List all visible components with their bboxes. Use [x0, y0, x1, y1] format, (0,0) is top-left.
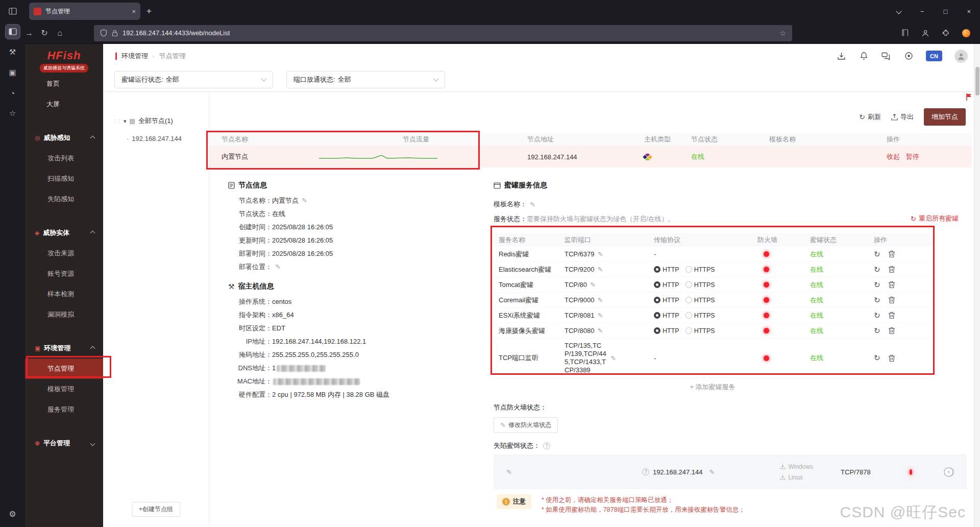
question-circle-icon[interactable]: ?	[543, 442, 550, 449]
sidebar-group-威胁感知[interactable]: ◎ 威胁感知	[25, 128, 103, 148]
sidebar-item-首页[interactable]: 首页	[25, 74, 103, 94]
delete-service-icon[interactable]	[888, 296, 895, 304]
refresh-button[interactable]: ↻ 刷新	[859, 112, 881, 122]
edit-icon[interactable]: ✎	[275, 263, 281, 271]
delete-service-icon[interactable]	[888, 312, 895, 319]
manual-download-icon[interactable]	[836, 51, 846, 61]
minimize-button[interactable]: −	[920, 8, 924, 15]
edit-bait-icon[interactable]: ✎	[506, 468, 512, 476]
scrollbar[interactable]	[974, 44, 980, 527]
sidebar-item-服务管理[interactable]: 服务管理	[25, 399, 103, 420]
question-circle-icon[interactable]: ?	[642, 468, 649, 475]
restart-service-icon[interactable]: ↻	[874, 280, 880, 290]
shield-icon[interactable]	[100, 29, 107, 37]
delete-service-icon[interactable]	[888, 327, 895, 334]
edit-bait-ip-icon[interactable]: ✎	[709, 468, 715, 476]
sidebar-item-模板管理[interactable]: 模板管理	[25, 379, 103, 399]
sidebar-layout-icon[interactable]	[6, 4, 20, 18]
radio-https[interactable]	[685, 281, 692, 288]
sidebar-group-环境管理[interactable]: ▣ 环境管理	[25, 338, 103, 358]
delete-service-icon[interactable]	[888, 266, 895, 273]
sidebar-item-攻击列表[interactable]: 攻击列表	[25, 148, 103, 169]
edit-port-icon[interactable]: ✎	[598, 266, 603, 273]
add-node-button[interactable]: 增加节点	[924, 108, 966, 126]
radio-http[interactable]	[654, 327, 660, 334]
extension-orange-icon[interactable]	[962, 29, 971, 38]
pause-link[interactable]: 暂停	[906, 152, 919, 161]
restart-service-icon[interactable]: ↻	[874, 250, 880, 259]
close-window-button[interactable]: ×	[967, 8, 971, 15]
port-status-select[interactable]: 端口放通状态: 全部	[286, 71, 445, 88]
history-icon[interactable]: ◔	[6, 86, 20, 100]
download-linux-link[interactable]: Linux	[780, 474, 813, 481]
delete-service-icon[interactable]	[888, 354, 895, 362]
home-button[interactable]: ⌂	[52, 26, 67, 40]
breadcrumb-parent[interactable]: 环境管理	[121, 52, 148, 61]
browser-tab[interactable]: 节点管理 ×	[29, 3, 140, 20]
library-icon[interactable]	[900, 29, 910, 38]
create-node-group-button[interactable]: +创建节点组	[132, 502, 180, 517]
sidebar-toggle-icon[interactable]	[6, 25, 20, 39]
box-icon[interactable]: ▣	[6, 65, 20, 80]
radio-https[interactable]	[685, 312, 692, 319]
node-table-row[interactable]: 内置节点 192.168.247.144 在线	[209, 146, 972, 167]
download-windows-link[interactable]: Windows	[780, 463, 813, 470]
sidebar-group-威胁实体[interactable]: ◈ 威胁实体	[25, 223, 103, 243]
tools-icon[interactable]: ⚒	[6, 45, 20, 59]
restart-all-link[interactable]: ↻ 重启所有蜜罐	[911, 214, 959, 223]
sidebar-item-样本检测[interactable]: 样本检测	[25, 284, 103, 304]
maximize-button[interactable]: □	[944, 8, 948, 15]
edit-port-icon[interactable]: ✎	[598, 312, 603, 319]
restart-service-icon[interactable]: ↻	[874, 353, 880, 363]
list-tabs-icon[interactable]	[896, 8, 901, 14]
honeypot-status-select[interactable]: 蜜罐运行状态: 全部	[114, 71, 273, 88]
new-tab-button[interactable]: +	[146, 6, 152, 16]
edit-port-icon[interactable]: ✎	[598, 296, 603, 304]
lock-icon[interactable]	[112, 30, 118, 37]
drag-handle-icon[interactable]: ⋮⋮	[112, 118, 120, 124]
sidebar-item-失陷感知[interactable]: 失陷感知	[25, 189, 103, 209]
tree-node[interactable]: · 192.168.247.144	[127, 135, 204, 142]
restart-service-icon[interactable]: ↻	[874, 311, 880, 320]
sidebar-item-攻击来源[interactable]: 攻击来源	[25, 243, 103, 264]
bookmark-star-icon[interactable]: ☆	[779, 29, 786, 37]
bait-toggle[interactable]: ×	[944, 467, 954, 477]
delete-service-icon[interactable]	[888, 250, 895, 258]
restart-service-icon[interactable]: ↻	[874, 326, 880, 336]
account-icon[interactable]	[921, 29, 930, 38]
edit-port-icon[interactable]: ✎	[598, 250, 603, 258]
radio-https[interactable]	[685, 266, 692, 273]
record-target-icon[interactable]	[903, 51, 914, 61]
collapse-link[interactable]: 收起	[887, 152, 900, 161]
scrollbar-thumb[interactable]	[975, 67, 979, 95]
add-service-link[interactable]: + 添加蜜罐服务	[491, 378, 934, 396]
modify-firewall-button[interactable]: ✎ 修改防火墙状态	[494, 417, 558, 433]
restart-service-icon[interactable]: ↻	[874, 296, 880, 305]
sidebar-item-大屏[interactable]: 大屏	[25, 94, 103, 114]
language-badge[interactable]: CN	[926, 51, 942, 61]
radio-http[interactable]	[654, 266, 660, 273]
url-bar[interactable]: 192.168.247.144:4433/web/nodeList ☆	[94, 25, 792, 41]
edit-port-icon[interactable]: ✎	[590, 281, 596, 289]
settings-gear-icon[interactable]: ⚙	[6, 507, 20, 521]
delete-service-icon[interactable]	[888, 281, 895, 289]
caret-down-icon[interactable]: ▾	[124, 118, 127, 125]
bell-icon[interactable]	[859, 51, 869, 61]
export-button[interactable]: 导出	[891, 112, 914, 122]
radio-https[interactable]	[685, 297, 692, 303]
edit-icon[interactable]: ✎	[302, 197, 307, 204]
sidebar-item-漏洞模拟[interactable]: 漏洞模拟	[25, 304, 103, 325]
radio-http[interactable]	[654, 312, 660, 319]
edit-template-icon[interactable]: ✎	[530, 201, 535, 208]
extensions-icon[interactable]	[941, 29, 950, 38]
tab-close-icon[interactable]: ×	[132, 8, 136, 15]
sidebar-item-节点管理[interactable]: 节点管理	[25, 358, 103, 379]
radio-http[interactable]	[654, 297, 660, 303]
tree-root[interactable]: ⋮⋮ ▾ ▤ 全部节点(1)	[112, 116, 204, 126]
restart-service-icon[interactable]: ↻	[874, 265, 880, 274]
sidebar-item-扫描感知[interactable]: 扫描感知	[25, 169, 103, 189]
avatar[interactable]	[954, 50, 968, 63]
radio-https[interactable]	[685, 327, 692, 334]
sidebar-group-平台管理[interactable]: ⊕ 平台管理	[25, 433, 103, 453]
edit-port-icon[interactable]: ✎	[610, 354, 616, 362]
